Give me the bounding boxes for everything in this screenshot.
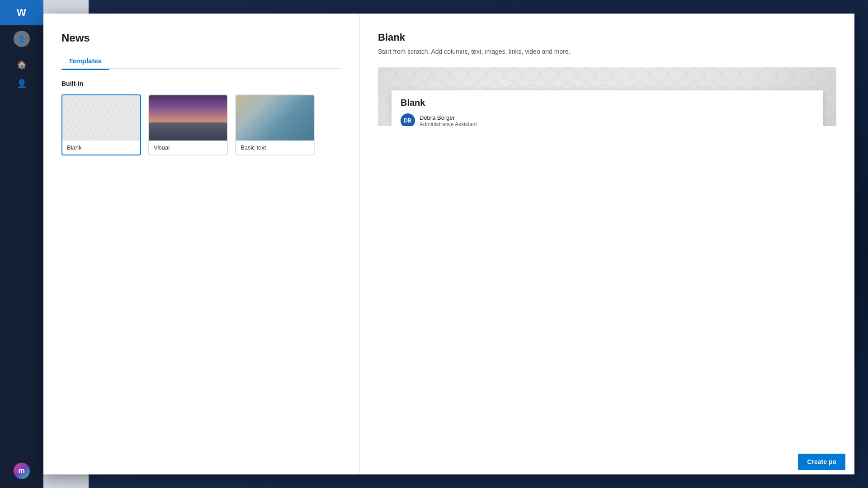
basic-text-pattern bbox=[236, 95, 315, 141]
logo-letter: W bbox=[17, 7, 26, 19]
tab-templates[interactable]: Templates bbox=[61, 53, 109, 69]
built-in-label: Built-in bbox=[61, 80, 341, 87]
left-content-area: News Templates Built-in Blank bbox=[43, 14, 360, 474]
visual-pattern bbox=[149, 95, 228, 141]
preview-author-name: Debra Berger bbox=[420, 114, 477, 121]
preview-page-card: Blank DB Debra Berger Administrative Ass… bbox=[392, 90, 823, 126]
preview-author-row: DB Debra Berger Administrative Assistant bbox=[401, 113, 814, 126]
preview-title: Blank bbox=[378, 32, 836, 43]
sidebar: W 👤 🏠 👤 m bbox=[0, 0, 43, 488]
template-card-image-blank bbox=[62, 95, 141, 141]
preview-description: Start from scratch. Add columns, text, i… bbox=[378, 47, 836, 56]
template-grid: Blank Visual Basic text bbox=[61, 94, 341, 155]
template-card-label-visual: Visual bbox=[149, 141, 227, 155]
preview-page-title: Blank bbox=[401, 98, 814, 108]
sidebar-item-home[interactable]: 🏠 bbox=[4, 56, 40, 73]
sidebar-bottom: m bbox=[14, 463, 30, 488]
preview-author-info: Debra Berger Administrative Assistant bbox=[420, 114, 477, 127]
hex-pattern bbox=[62, 95, 141, 141]
template-card-image-visual bbox=[149, 95, 228, 141]
template-card-label-blank: Blank bbox=[62, 141, 140, 155]
template-card-visual[interactable]: Visual bbox=[148, 94, 228, 155]
template-card-basic-text[interactable]: Basic text bbox=[235, 94, 315, 155]
template-card-label-basic-text: Basic text bbox=[236, 141, 314, 155]
sidebar-logo[interactable]: W bbox=[0, 0, 43, 25]
page-title: News bbox=[61, 32, 341, 44]
sidebar-nav: 🏠 👤 bbox=[0, 52, 43, 96]
template-card-blank[interactable]: Blank bbox=[61, 94, 141, 155]
me-icon: 👤 bbox=[17, 79, 27, 89]
sidebar-logo-icon[interactable]: m bbox=[14, 463, 30, 479]
tabs-container: Templates bbox=[61, 53, 341, 69]
preview-image-container: Blank DB Debra Berger Administrative Ass… bbox=[378, 67, 836, 126]
main-panel: News Templates Built-in Blank bbox=[43, 14, 854, 474]
right-preview-area: Blank Start from scratch. Add columns, t… bbox=[360, 14, 854, 474]
create-post-button[interactable]: Create po bbox=[798, 454, 845, 470]
blank-pattern bbox=[62, 95, 141, 141]
template-card-image-basic-text bbox=[236, 95, 315, 141]
sidebar-item-me[interactable]: 👤 bbox=[4, 75, 40, 92]
preview-avatar-initials: DB bbox=[404, 117, 411, 124]
preview-avatar: DB bbox=[401, 113, 415, 126]
sidebar-avatar[interactable]: 👤 bbox=[14, 31, 30, 47]
preview-author-role: Administrative Assistant bbox=[420, 121, 477, 127]
home-icon: 🏠 bbox=[17, 60, 27, 70]
